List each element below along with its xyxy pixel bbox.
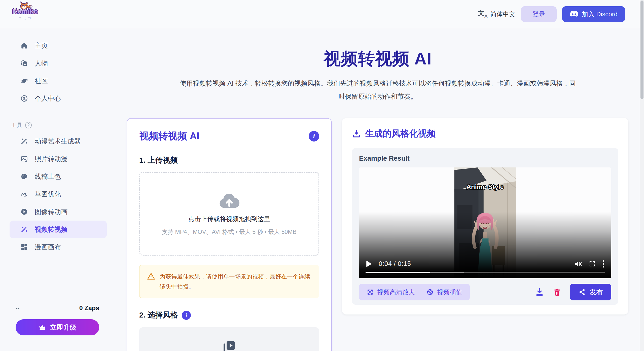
photo-icon <box>20 155 28 163</box>
video-interpolate-button[interactable]: 视频插值 <box>426 288 462 296</box>
tool-photo-to-anime[interactable]: 照片转动漫 <box>10 150 107 168</box>
tool-video-to-video[interactable]: 视频转视频 <box>10 221 107 238</box>
download-video-button[interactable] <box>535 287 544 297</box>
discord-icon <box>570 11 578 17</box>
input-card-title: 视频转视频 AI <box>139 130 199 143</box>
video-to-video-input-card: 视频转视频 AI i 1. 上传视频 点击上传或将视频拖拽到这里 支持 MP4、… <box>127 118 332 351</box>
help-icon[interactable]: ? <box>25 122 32 128</box>
info-icon[interactable]: i <box>182 311 191 320</box>
fullscreen-button[interactable] <box>589 260 596 267</box>
scribble-icon <box>20 190 28 198</box>
generated-card-title: 生成的风格化视频 <box>365 128 436 139</box>
more-options-button[interactable] <box>602 260 605 268</box>
delete-video-button[interactable] <box>553 288 561 297</box>
sidebar-divider <box>16 296 99 296</box>
upscale-label: 视频高清放大 <box>377 288 415 296</box>
fullscreen-icon <box>589 260 596 267</box>
example-result-panel: Example Result <box>352 148 618 305</box>
tool-anime-art-generator[interactable]: 动漫艺术生成器 <box>10 132 107 150</box>
magic-wand-icon <box>20 137 28 145</box>
video-player[interactable]: Anime Style Komiko 0:04 / 0:15 <box>359 167 611 278</box>
main-content: 视频转视频 AI 使用视频转视频 AI 技术，轻松转换您的视频风格。我们先进的视… <box>116 28 640 351</box>
download-title-icon <box>352 129 361 138</box>
video-upscale-button[interactable]: 视频高清放大 <box>367 288 415 296</box>
generated-video-card: 生成的风格化视频 Example Result <box>342 118 628 314</box>
upload-warning: 为获得最佳效果，请使用单一场景的视频，最好在一个连续镜头中拍摄。 <box>139 265 319 298</box>
brand-name: Komiko <box>10 8 40 15</box>
tools-section-label: 工具 ? <box>11 121 116 129</box>
page-title: 视频转视频 AI <box>116 47 640 70</box>
login-button[interactable]: 登录 <box>521 6 557 22</box>
sidebar: 主页 人物 社区 <box>0 28 116 351</box>
video-frames-icon <box>222 339 237 351</box>
kebab-menu-icon <box>602 260 605 268</box>
sidebar-item-community[interactable]: 社区 <box>10 72 107 90</box>
publish-button[interactable]: 发布 <box>570 284 611 300</box>
sidebar-item-label: 主页 <box>35 41 48 50</box>
join-discord-button[interactable]: 加入 Discord <box>562 6 625 22</box>
planet-icon <box>20 77 28 85</box>
step1-title: 1. 上传视频 <box>139 155 319 165</box>
sidebar-item-label: 社区 <box>35 77 48 85</box>
brand-kana: コミコ <box>10 16 40 20</box>
page-scrollbar <box>640 0 644 351</box>
sidebar-item-home[interactable]: 主页 <box>10 37 107 54</box>
tool-comic-canvas[interactable]: 漫画画布 <box>10 238 107 256</box>
cloud-upload-icon <box>217 192 241 210</box>
user-circle-icon <box>20 94 28 102</box>
tool-lineart-coloring[interactable]: 线稿上色 <box>10 168 107 185</box>
discord-label: 加入 Discord <box>582 10 618 18</box>
upgrade-label: 立即升级 <box>50 323 76 332</box>
mute-button[interactable] <box>574 260 582 268</box>
muted-speaker-icon <box>574 260 582 268</box>
upgrade-button[interactable]: 立即升级 <box>16 319 99 335</box>
expand-arrows-icon <box>367 289 374 296</box>
magic-wand-icon <box>20 225 28 233</box>
sidebar-item-profile[interactable]: 个人中心 <box>10 90 107 107</box>
credits-placeholder: -- <box>16 305 19 311</box>
share-icon <box>579 289 586 296</box>
interpolate-label: 视频插值 <box>437 288 462 296</box>
video-time: 0:04 / 0:15 <box>379 260 411 268</box>
progress-fill <box>366 272 430 273</box>
zaps-count: 0 Zaps <box>79 304 99 312</box>
warning-text: 为获得最佳效果，请使用单一场景的视频，最好在一个连续镜头中拍摄。 <box>160 271 311 292</box>
play-circle-icon <box>20 208 28 216</box>
interpolation-icon <box>426 289 434 296</box>
tool-label: 漫画画布 <box>35 243 61 252</box>
publish-label: 发布 <box>590 288 603 297</box>
tool-label: 动漫艺术生成器 <box>35 137 81 146</box>
video-progress-bar[interactable] <box>366 272 605 273</box>
crown-icon <box>39 324 46 331</box>
language-selector[interactable]: 文A 简体中文 <box>478 10 515 19</box>
play-button[interactable] <box>366 260 372 268</box>
video-upload-dropzone[interactable]: 点击上传或将视频拖拽到这里 支持 MP4、MOV、AVI 格式 • 最大 5 秒… <box>139 172 319 256</box>
style-frame-placeholder: 请先上传一个视频以提取第一帧 <box>139 327 319 351</box>
app-header: Komiko コミコ 文A 简体中文 登录 加入 Discord <box>0 0 640 28</box>
page-description: 使用视频转视频 AI 技术，轻松转换您的视频风格。我们先进的视频风格迁移技术可以… <box>178 77 578 103</box>
tool-image-to-animation[interactable]: 图像转动画 <box>10 203 107 221</box>
enhance-actions-pill: 视频高清放大 视频插值 <box>359 284 470 300</box>
trash-icon <box>553 288 561 297</box>
tool-sketch-refine[interactable]: 草图优化 <box>10 185 107 203</box>
komiko-logo[interactable]: Komiko コミコ <box>10 1 40 20</box>
upload-hint-text: 支持 MP4、MOV、AVI 格式 • 最大 5 秒 • 最大 50MB <box>162 228 297 236</box>
tool-label: 图像转动画 <box>35 207 67 216</box>
scrollbar-thumb[interactable] <box>640 1 643 99</box>
info-icon[interactable]: i <box>309 131 319 142</box>
language-label: 简体中文 <box>490 10 515 18</box>
example-result-label: Example Result <box>359 155 611 162</box>
home-icon <box>20 42 28 50</box>
step2-title: 2. 选择风格 <box>139 310 178 320</box>
sidebar-item-characters[interactable]: 人物 <box>10 54 107 72</box>
layout-grid-icon <box>20 243 28 251</box>
tool-label: 草图优化 <box>35 190 61 199</box>
tool-label: 线稿上色 <box>35 172 61 181</box>
sidebar-item-label: 个人中心 <box>35 94 61 103</box>
palette-icon <box>20 172 28 181</box>
tool-label: 照片转动漫 <box>35 155 67 163</box>
translate-icon: 文A <box>478 10 488 19</box>
sidebar-item-label: 人物 <box>35 59 48 68</box>
tool-label: 视频转视频 <box>35 225 67 234</box>
masks-icon <box>20 59 28 67</box>
